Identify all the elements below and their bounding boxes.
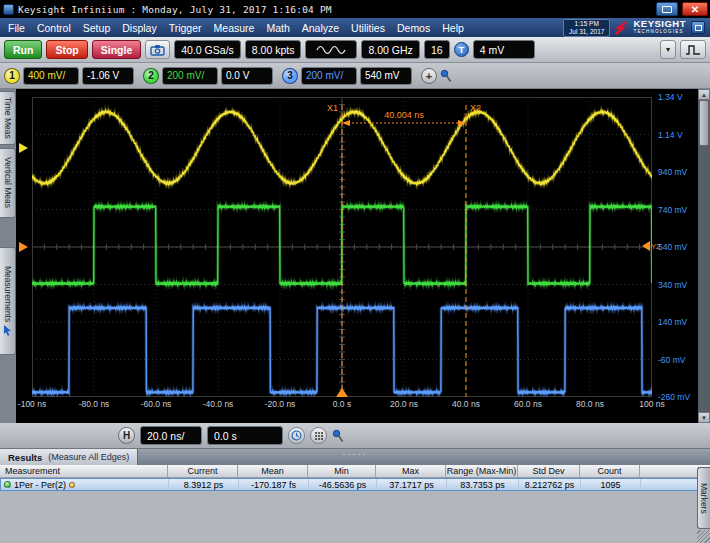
averages-field[interactable]: 16 [424, 40, 450, 59]
tab-time-meas[interactable]: Time Meas [0, 91, 16, 145]
trigger-level-field[interactable]: 4 mV [473, 40, 535, 59]
x-axis-label: -40.0 ns [203, 399, 234, 409]
left-tab-strip: Time MeasVertical MeasMeasurements [0, 89, 16, 423]
bandwidth-field[interactable]: 8.00 GHz [361, 40, 419, 59]
resize-grip[interactable] [697, 530, 710, 543]
channel-1-level-marker[interactable] [19, 143, 28, 153]
channel-3-button[interactable]: 3 [282, 68, 298, 84]
results-row[interactable]: 1Per - Per(2)8.3912 ps-170.187 fs-46.563… [0, 478, 710, 491]
channel-3-scale-field[interactable]: 200 mV/ [301, 67, 357, 85]
svg-text:X2: X2 [470, 103, 481, 113]
run-button[interactable]: Run [4, 40, 42, 59]
acquisition-mode-field[interactable] [305, 40, 357, 59]
brand-sub: TECHNOLOGIES [633, 28, 686, 36]
channel-1-group: 1400 mV/-1.06 V [4, 67, 134, 85]
scroll-down-icon[interactable]: ▼ [698, 412, 710, 423]
stop-button[interactable]: Stop [46, 40, 87, 59]
channel-2-button[interactable]: 2 [143, 68, 159, 84]
y-axis-label: 1.14 V [658, 130, 683, 140]
dots-grid-icon [314, 431, 324, 441]
channel-1-button[interactable]: 1 [4, 68, 20, 84]
toolbar-dropdown-button[interactable]: ▾ [660, 40, 676, 59]
value-cell: 8.212762 ps [519, 479, 581, 490]
menu-math[interactable]: Math [260, 22, 295, 34]
menu-utilities[interactable]: Utilities [345, 22, 391, 34]
menu-display[interactable]: Display [116, 22, 162, 34]
memory-depth-field[interactable]: 8.00 kpts [245, 40, 302, 59]
tab-results[interactable]: Results (Measure All Edges) [0, 449, 138, 465]
value-cell: 8.3912 ps [169, 479, 239, 490]
clock-display[interactable]: 1:15 PM Jul 31, 2017 [563, 19, 610, 37]
pushpin-icon [332, 429, 344, 443]
scope-scrollbar[interactable]: ▲ ▼ [698, 89, 710, 423]
scroll-up-icon[interactable]: ▲ [698, 89, 710, 100]
menu-setup[interactable]: Setup [77, 22, 116, 34]
scrollbar-thumb[interactable] [699, 100, 709, 146]
channel-1-offset-field[interactable]: -1.06 V [82, 67, 134, 85]
add-waveform-button[interactable]: + [421, 68, 437, 84]
close-button[interactable]: ✕ [682, 2, 708, 16]
menu-analyze[interactable]: Analyze [296, 22, 345, 34]
channel-1-scale-field[interactable]: 400 mV/ [23, 67, 79, 85]
timebase-position-field[interactable]: 0.0 s [207, 426, 283, 445]
menubar: FileControlSetupDisplayTriggerMeasureMat… [0, 18, 710, 37]
screenshot-button[interactable] [145, 40, 170, 59]
waveform-tools-button[interactable] [680, 40, 706, 59]
channel-3-offset-field[interactable]: 540 mV [360, 67, 412, 85]
close-icon: ✕ [691, 4, 699, 15]
horizontal-badge[interactable]: H [118, 427, 135, 444]
value-cell: -170.187 fs [239, 479, 309, 490]
value-cell: 83.7353 ps [447, 479, 519, 490]
channel-2-offset-field[interactable]: 0.0 V [221, 67, 273, 85]
measurement-cell[interactable]: 1Per - Per(2) [1, 479, 169, 490]
menu-file[interactable]: File [2, 22, 31, 34]
sine-wave-icon [316, 45, 346, 55]
results-thead: MeasurementCurrentMeanMinMaxRange (Max-M… [0, 465, 710, 478]
zoom-mode-button[interactable] [288, 427, 305, 444]
grid-settings-button[interactable] [310, 427, 327, 444]
remote-desktop-icon[interactable] [691, 21, 705, 34]
measurement-name: 1Per - Per(2) [14, 480, 66, 490]
scrollbar-track[interactable] [698, 100, 710, 412]
tab-measurements[interactable]: Measurements [0, 247, 16, 355]
trigger-time-marker [336, 388, 348, 397]
y2-marker[interactable]: Y2 [642, 241, 660, 251]
channel-2-scale-field[interactable]: 200 mV/ [162, 67, 218, 85]
col-mean[interactable]: Mean [238, 465, 308, 477]
y2-marker-label: Y2 [651, 242, 660, 251]
y-axis-label: 740 mV [658, 205, 687, 215]
menu-control[interactable]: Control [31, 22, 77, 34]
pin-panel-button[interactable] [440, 69, 452, 83]
value-cell: 37.1717 ps [377, 479, 447, 490]
timebase-scale-field[interactable]: 20.0 ns/ [140, 426, 202, 445]
trigger-level-marker[interactable] [19, 242, 28, 252]
tab-vertical-meas[interactable]: Vertical Meas [0, 148, 16, 218]
sample-rate-field[interactable]: 40.0 GSa/s [174, 40, 241, 59]
pushpin-icon [440, 69, 452, 83]
panel-drag-handle[interactable]: ····· [343, 449, 368, 459]
x-axis-label: 0.0 s [333, 399, 351, 409]
waveform-display[interactable]: X1X240.004 ns [32, 97, 652, 397]
col-count[interactable]: Count [580, 465, 640, 477]
col-std-dev[interactable]: Std Dev [518, 465, 580, 477]
pin-hbar-button[interactable] [332, 429, 344, 443]
value-cell: -46.5636 ps [309, 479, 377, 490]
y-axis-label: -60 mV [658, 355, 685, 365]
col-measurement[interactable]: Measurement [0, 465, 168, 477]
col-range-max-min-[interactable]: Range (Max-Min) [446, 465, 518, 477]
y-axis-label: 140 mV [658, 317, 687, 327]
trigger-badge-icon[interactable]: T [454, 42, 469, 57]
channel-controls: 1400 mV/-1.06 V2200 mV/0.0 V3200 mV/540 … [4, 67, 418, 85]
menu-demos[interactable]: Demos [391, 22, 436, 34]
single-button[interactable]: Single [92, 40, 142, 59]
col-min[interactable]: Min [308, 465, 376, 477]
titlebar-screen-button[interactable] [656, 2, 678, 16]
tab-markers[interactable]: Markers [697, 467, 710, 529]
menu-help[interactable]: Help [436, 22, 470, 34]
col-max[interactable]: Max [376, 465, 446, 477]
menu-measure[interactable]: Measure [208, 22, 261, 34]
menubar-right: 1:15 PM Jul 31, 2017 KEYSIGHT TECHNOLOGI… [563, 19, 708, 37]
horizontal-bar: H 20.0 ns/ 0.0 s [0, 423, 710, 449]
menu-trigger[interactable]: Trigger [163, 22, 208, 34]
col-current[interactable]: Current [168, 465, 238, 477]
